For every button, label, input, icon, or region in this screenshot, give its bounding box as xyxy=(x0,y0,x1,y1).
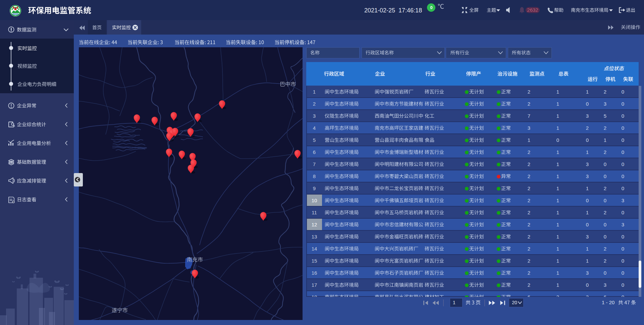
svg-text:3: 3 xyxy=(586,234,589,239)
svg-text:2021-02-25 17:46:18: 2021-02-25 17:46:18 xyxy=(364,7,422,14)
svg-text:0: 0 xyxy=(622,282,624,288)
svg-text:13: 13 xyxy=(312,234,317,239)
svg-text:0: 0 xyxy=(604,270,606,276)
svg-text:2: 2 xyxy=(528,198,530,203)
svg-text:15: 15 xyxy=(312,258,317,264)
svg-text:2: 2 xyxy=(528,149,530,155)
svg-text:2: 2 xyxy=(604,210,606,215)
svg-text:3: 3 xyxy=(586,294,589,300)
svg-text:0: 0 xyxy=(622,246,624,252)
svg-text:7: 7 xyxy=(528,113,530,119)
svg-text:2: 2 xyxy=(604,89,606,95)
svg-text:2: 2 xyxy=(604,125,606,131)
svg-text:1: 1 xyxy=(556,210,559,215)
svg-text:1: 1 xyxy=(586,185,589,191)
svg-text:0: 0 xyxy=(622,161,624,167)
svg-text:0: 0 xyxy=(604,198,606,203)
svg-text:2: 2 xyxy=(528,89,530,95)
svg-text:2: 2 xyxy=(528,234,530,239)
svg-text:1: 1 xyxy=(556,173,559,179)
svg-text:1: 1 xyxy=(556,125,559,131)
svg-text:6: 6 xyxy=(528,294,530,300)
svg-text:2: 2 xyxy=(604,258,606,264)
svg-text:2: 2 xyxy=(528,173,530,179)
svg-text:11: 11 xyxy=(312,210,317,215)
svg-text:3: 3 xyxy=(586,113,589,119)
svg-text:3: 3 xyxy=(604,101,606,107)
svg-text:6: 6 xyxy=(604,294,606,300)
svg-text:3: 3 xyxy=(604,282,606,288)
svg-text:1: 1 xyxy=(586,149,589,155)
svg-text:1: 1 xyxy=(604,137,606,143)
svg-text:2: 2 xyxy=(586,125,589,131)
svg-text:7: 7 xyxy=(313,161,316,167)
svg-text:0: 0 xyxy=(622,294,624,300)
svg-text:2: 2 xyxy=(528,222,530,227)
svg-text:2: 2 xyxy=(528,101,530,107)
svg-text:8: 8 xyxy=(313,173,316,179)
svg-text:2: 2 xyxy=(528,210,530,215)
svg-text:2: 2 xyxy=(528,270,530,276)
svg-text:2: 2 xyxy=(604,185,606,191)
svg-text:1: 1 xyxy=(586,89,589,95)
svg-text:1 - 20: 1 - 20 xyxy=(602,300,614,305)
svg-text:1: 1 xyxy=(556,161,559,167)
svg-text:0: 0 xyxy=(586,282,589,288)
svg-text:2: 2 xyxy=(313,101,316,107)
svg-text:2: 2 xyxy=(604,246,606,252)
svg-text:14: 14 xyxy=(312,246,317,252)
svg-text:1: 1 xyxy=(556,198,559,203)
svg-text:3: 3 xyxy=(313,113,316,119)
svg-text:3: 3 xyxy=(622,222,624,227)
svg-text:12: 12 xyxy=(312,222,317,227)
svg-text:0: 0 xyxy=(556,137,559,143)
svg-text:0: 0 xyxy=(622,137,624,143)
svg-text:9: 9 xyxy=(313,185,316,191)
svg-text:1: 1 xyxy=(313,89,316,95)
svg-text:3: 3 xyxy=(586,173,589,179)
svg-text:1: 1 xyxy=(586,246,589,252)
svg-text:3: 3 xyxy=(622,198,624,203)
svg-text:0: 0 xyxy=(586,101,589,107)
svg-text:1: 1 xyxy=(556,185,559,191)
svg-text:17: 17 xyxy=(312,282,317,288)
svg-text:0: 0 xyxy=(586,137,589,143)
svg-text:0: 0 xyxy=(604,161,606,167)
svg-text:6: 6 xyxy=(313,149,316,155)
svg-text:2: 2 xyxy=(528,185,530,191)
svg-text:2: 2 xyxy=(528,161,530,167)
svg-text:0: 0 xyxy=(604,222,606,227)
svg-text:1: 1 xyxy=(556,113,559,119)
svg-text:1: 1 xyxy=(586,258,589,264)
svg-text:1: 1 xyxy=(556,101,559,107)
svg-text:0: 0 xyxy=(622,258,624,264)
svg-text:1: 1 xyxy=(556,270,559,276)
svg-text:0: 0 xyxy=(622,185,624,191)
svg-text:2: 2 xyxy=(556,294,559,300)
svg-text:0: 0 xyxy=(430,5,432,10)
svg-text:5: 5 xyxy=(313,137,316,143)
svg-text:16: 16 xyxy=(312,270,317,276)
svg-text:0: 0 xyxy=(622,210,624,215)
svg-text:0: 0 xyxy=(622,173,624,179)
svg-text:0: 0 xyxy=(622,125,624,131)
svg-text:10: 10 xyxy=(312,198,317,203)
svg-text:3: 3 xyxy=(586,270,589,276)
svg-text:1: 1 xyxy=(556,234,559,239)
svg-text:0: 0 xyxy=(622,270,624,276)
svg-text:1: 1 xyxy=(556,246,559,252)
svg-text:0: 0 xyxy=(586,222,589,227)
svg-text:2632: 2632 xyxy=(527,7,538,13)
svg-text:2: 2 xyxy=(604,149,606,155)
svg-text:0: 0 xyxy=(604,234,606,239)
svg-text:0: 0 xyxy=(622,234,624,239)
svg-text:2: 2 xyxy=(528,246,530,252)
svg-text:5: 5 xyxy=(604,113,606,119)
svg-text:2: 2 xyxy=(528,282,530,288)
svg-text:3: 3 xyxy=(586,161,589,167)
svg-text:1: 1 xyxy=(528,137,530,143)
svg-text:0: 0 xyxy=(622,101,624,107)
svg-text:1: 1 xyxy=(453,300,455,305)
svg-text:1: 1 xyxy=(556,89,559,95)
svg-text:3: 3 xyxy=(528,125,530,131)
